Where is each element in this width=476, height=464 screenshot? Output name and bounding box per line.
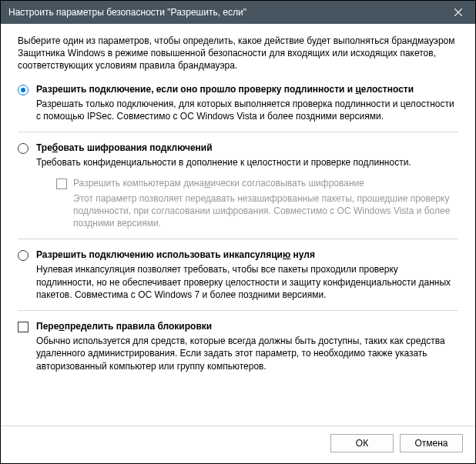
option-desc: Нулевая инкапсуляция позволяет требовать… xyxy=(36,263,458,301)
option-override-block: Переопределить правила блокировки Обычно… xyxy=(18,320,458,372)
ok-button[interactable]: ОК xyxy=(330,434,394,452)
window-title: Настроить параметры безопасности "Разреш… xyxy=(8,7,441,18)
option-title: Переопределить правила блокировки xyxy=(36,320,458,332)
close-icon xyxy=(454,8,462,16)
separator xyxy=(18,239,458,239)
intro-text: Выберите один из параметров, чтобы опред… xyxy=(18,35,458,72)
suboption-dynamic-negotiate: Разрешить компьютерам динамически соглас… xyxy=(56,177,458,230)
footer: ОК Отмена xyxy=(1,426,475,463)
option-title: Требовать шифрования подключений xyxy=(36,142,458,154)
option-require-encryption: Требовать шифрования подключений Требова… xyxy=(18,142,458,229)
titlebar: Настроить параметры безопасности "Разреш… xyxy=(1,1,475,24)
option-title: Разрешить подключение, если оно прошло п… xyxy=(36,83,458,95)
option-title: Разрешить подключению использовать инкап… xyxy=(36,249,458,261)
radio-allow-authenticated[interactable] xyxy=(18,85,28,95)
dialog-window: Настроить параметры безопасности "Разреш… xyxy=(0,0,476,464)
checkbox-dynamic-negotiate xyxy=(56,179,67,189)
content-area: Выберите один из параметров, чтобы опред… xyxy=(1,24,475,426)
cancel-button[interactable]: Отмена xyxy=(400,434,463,452)
suboption-desc: Этот параметр позволяет передавать незаш… xyxy=(73,192,458,230)
option-desc: Разрешать только подключения, для которы… xyxy=(36,98,458,122)
separator xyxy=(18,310,458,311)
checkbox-override-block[interactable] xyxy=(18,322,28,332)
close-button[interactable] xyxy=(441,1,475,24)
radio-require-encryption[interactable] xyxy=(18,143,28,154)
radio-null-encapsulation[interactable] xyxy=(18,250,28,261)
option-allow-authenticated: Разрешить подключение, если оно прошло п… xyxy=(18,83,458,123)
suboption-label: Разрешить компьютерам динамически соглас… xyxy=(73,177,364,189)
option-null-encapsulation: Разрешить подключению использовать инкап… xyxy=(18,249,458,301)
separator xyxy=(18,132,458,132)
option-desc: Требовать конфиденциальности в дополнени… xyxy=(36,156,458,169)
option-desc: Обычно используется для средств, которые… xyxy=(36,335,458,372)
